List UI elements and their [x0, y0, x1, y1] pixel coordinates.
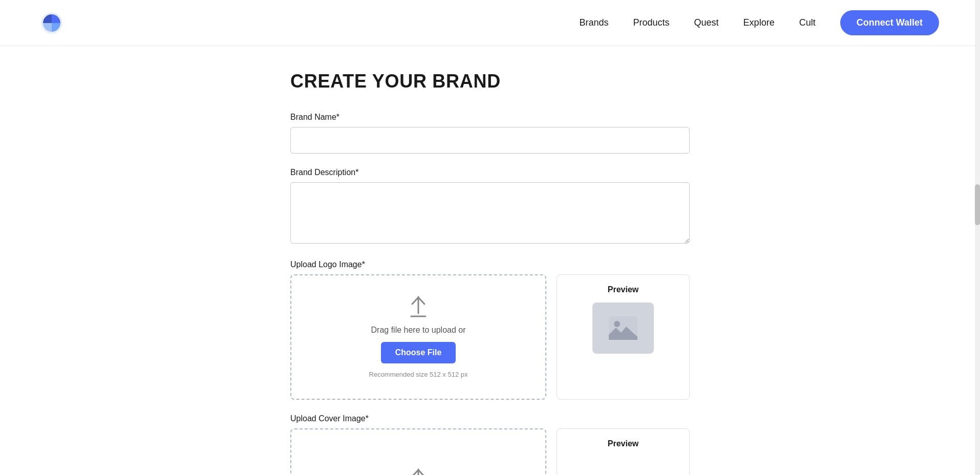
upload-icon — [408, 296, 429, 318]
nav-brands[interactable]: Brands — [579, 17, 608, 28]
logo-dropzone[interactable]: Drag file here to upload or Choose File … — [290, 274, 546, 400]
logo-preview-box: Preview — [557, 274, 690, 400]
choose-file-button[interactable]: Choose File — [381, 342, 456, 363]
upload-logo-section: Upload Logo Image* Drag file here to upl… — [290, 260, 690, 400]
svg-point-4 — [614, 321, 620, 327]
image-placeholder-icon — [608, 315, 638, 341]
upload-cover-label: Upload Cover Image* — [290, 414, 690, 423]
nav-quest[interactable]: Quest — [694, 17, 719, 28]
scrollbar[interactable] — [975, 0, 980, 475]
brand-name-label: Brand Name* — [290, 113, 690, 122]
cover-upload-arrow-icon — [408, 468, 429, 475]
cover-preview-box: Preview — [557, 428, 690, 475]
upload-drag-text: Drag file here to upload or — [371, 326, 466, 335]
logo-icon — [41, 12, 62, 34]
logo-preview-label: Preview — [567, 285, 679, 294]
cover-preview-label: Preview — [567, 439, 679, 448]
upload-cover-row: Preview — [290, 428, 690, 475]
brand-name-input[interactable] — [290, 127, 690, 154]
upload-logo-hint: Recommended size 512 x 512 px — [369, 371, 468, 378]
brand-description-group: Brand Description* — [290, 168, 690, 246]
logo-preview-placeholder — [592, 303, 654, 354]
logo[interactable] — [41, 12, 62, 34]
brand-description-label: Brand Description* — [290, 168, 690, 177]
brand-name-group: Brand Name* — [290, 113, 690, 154]
upload-arrow-icon — [408, 296, 429, 318]
scrollbar-thumb[interactable] — [975, 184, 980, 225]
upload-logo-row: Drag file here to upload or Choose File … — [290, 274, 690, 400]
nav-products[interactable]: Products — [633, 17, 670, 28]
upload-logo-label: Upload Logo Image* — [290, 260, 690, 269]
cover-upload-icon — [408, 468, 429, 475]
nav-links: Brands Products Quest Explore Cult Conne… — [579, 10, 939, 35]
nav-explore[interactable]: Explore — [743, 17, 775, 28]
page-title: CREATE YOUR BRAND — [290, 71, 690, 92]
connect-wallet-button[interactable]: Connect Wallet — [840, 10, 939, 35]
main-content: CREATE YOUR BRAND Brand Name* Brand Desc… — [280, 46, 700, 475]
navbar: Brands Products Quest Explore Cult Conne… — [0, 0, 980, 46]
nav-cult[interactable]: Cult — [799, 17, 816, 28]
brand-description-textarea[interactable] — [290, 182, 690, 244]
upload-cover-section: Upload Cover Image* Preview — [290, 414, 690, 475]
cover-dropzone[interactable] — [290, 428, 546, 475]
